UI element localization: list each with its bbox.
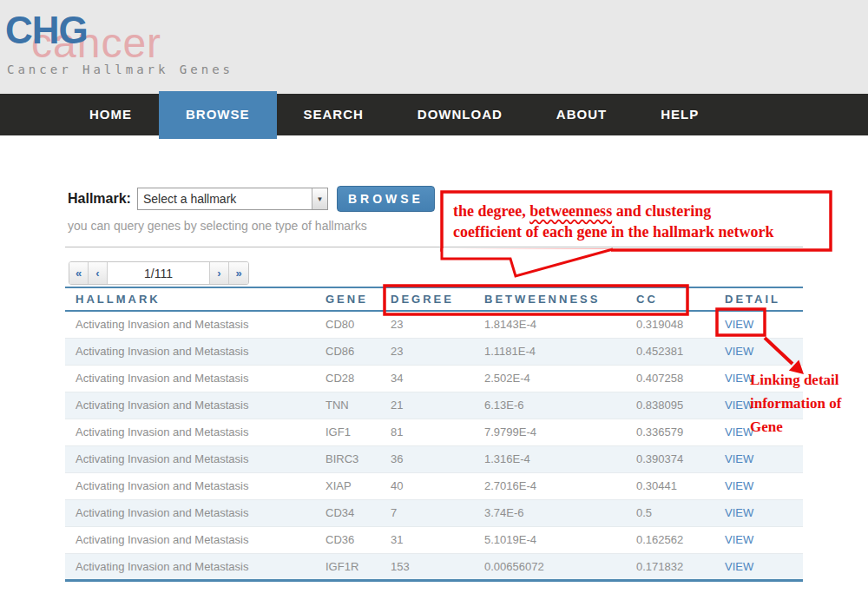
table-row: Activating Invasion and MetastasisCD8023… [65,311,803,338]
gene-cell: CD80 [326,311,391,338]
view-link[interactable]: VIEW [725,452,753,465]
nav-item-search[interactable]: SEARCH [277,94,391,135]
hallmark-label: Hallmark: [68,191,131,207]
detail-cell: VIEW [725,553,803,580]
betweenness-cell: 2.7016E-4 [484,472,636,499]
view-link[interactable]: VIEW [725,318,753,331]
hallmark-cell: Activating Invasion and Metastasis [65,526,326,553]
degree-cell: 40 [391,472,484,499]
hallmark-cell: Activating Invasion and Metastasis [65,499,326,526]
betweenness-cell: 5.1019E-4 [484,526,636,553]
divider-line [65,247,803,247]
gene-cell: BIRC3 [326,445,391,472]
callout-line1: the degree, betweenness and clustering [453,202,711,220]
gene-cell: IGF1R [326,553,391,580]
table-row: Activating Invasion and MetastasisXIAP40… [65,472,803,499]
degree-cell: 23 [391,338,484,365]
hallmark-select[interactable]: Select a hallmark ▼ [137,188,328,210]
callout-text: the degree, betweenness and clustering c… [453,201,835,242]
table-row: Activating Invasion and MetastasisBIRC33… [65,445,803,472]
detail-cell: VIEW [725,472,803,499]
gene-cell: CD28 [326,365,391,392]
degree-cell: 34 [391,365,484,392]
degree-cell: 31 [391,526,484,553]
pagination-prev-button[interactable]: ‹ [89,262,108,284]
column-header-cc: CC [636,287,725,311]
hallmark-cell: Activating Invasion and Metastasis [65,553,326,580]
betweenness-cell: 1.1181E-4 [484,338,636,365]
betweenness-cell: 1.8143E-4 [484,311,636,338]
nav-item-home[interactable]: HOME [62,94,159,135]
browse-button[interactable]: BROWSE [337,186,435,212]
gene-table: HALLMARKGENEDEGREEBETWEENNESSCCDETAIL Ac… [65,287,803,582]
site-logo: CHG cancer [5,7,266,68]
column-header-degree: DEGREE [391,287,484,311]
cc-cell: 0.336579 [636,419,725,445]
betweenness-cell: 7.9799E-4 [484,419,636,445]
cc-cell: 0.30441 [636,472,725,499]
view-link[interactable]: VIEW [725,345,753,358]
hallmark-cell: Activating Invasion and Metastasis [65,338,326,365]
callout-tail [442,248,613,276]
nav-item-help[interactable]: HELP [634,94,726,135]
nav-item-about[interactable]: ABOUT [529,94,634,135]
gene-cell: CD34 [326,499,391,526]
cc-cell: 0.407258 [636,365,725,392]
betweenness-cell: 6.13E-6 [484,392,636,419]
table-row: Activating Invasion and MetastasisIGF1R1… [65,553,803,580]
betweenness-cell: 0.00656072 [484,553,636,580]
table-row: Activating Invasion and MetastasisCD3631… [65,526,803,553]
hallmark-cell: Activating Invasion and Metastasis [65,365,326,392]
degree-cell: 7 [391,499,484,526]
table-body: Activating Invasion and MetastasisCD8023… [65,311,803,580]
gene-cell: IGF1 [326,419,391,445]
pagination-next-button[interactable]: › [210,262,229,284]
column-header-betweenness: BETWEENNESS [484,287,636,311]
hallmark-cell: Activating Invasion and Metastasis [65,445,326,472]
column-header-gene: GENE [326,287,391,311]
logo-chg-text: CHG [5,9,88,52]
degree-cell: 21 [391,392,484,419]
betweenness-cell: 3.74E-6 [484,499,636,526]
detail-cell: VIEW [725,445,803,472]
betweenness-cell: 2.502E-4 [484,365,636,392]
gene-cell: CD86 [326,338,391,365]
gene-cell: XIAP [326,472,391,499]
pagination-first-button[interactable]: « [69,262,89,284]
table-row: Activating Invasion and MetastasisIGF181… [65,419,803,445]
nav-item-browse[interactable]: BROWSE [159,94,277,135]
table-row: Activating Invasion and MetastasisCD8623… [65,338,803,365]
view-note-text: Linking detail information of Gene [750,368,863,438]
detail-cell: VIEW [725,311,803,338]
cc-cell: 0.838095 [636,392,725,419]
pagination-page-input[interactable] [108,262,210,284]
query-row: Hallmark: Select a hallmark ▼ BROWSE [68,186,435,212]
pagination-last-button[interactable]: » [229,262,248,284]
site-header: CHG cancer Cancer Hallmark Genes [0,0,868,94]
view-link[interactable]: VIEW [725,533,753,546]
table-header-row: HALLMARKGENEDEGREEBETWEENNESSCCDETAIL [65,287,803,311]
detail-cell: VIEW [725,526,803,553]
column-header-detail: DETAIL [725,287,803,311]
degree-cell: 36 [391,445,484,472]
view-link[interactable]: VIEW [725,560,753,573]
hallmark-cell: Activating Invasion and Metastasis [65,472,326,499]
view-link[interactable]: VIEW [725,479,753,492]
query-hint: you can query genes by selecting one typ… [68,219,367,233]
detail-cell: VIEW [725,338,803,365]
degree-cell: 153 [391,553,484,580]
cc-cell: 0.390374 [636,445,725,472]
pagination: « ‹ › » [69,261,249,285]
view-link[interactable]: VIEW [725,506,753,519]
cc-cell: 0.319048 [636,311,725,338]
degree-cell: 23 [391,311,484,338]
hallmark-cell: Activating Invasion and Metastasis [65,311,326,338]
nav-item-download[interactable]: DOWNLOAD [391,94,529,135]
hallmark-cell: Activating Invasion and Metastasis [65,419,326,445]
table-row: Activating Invasion and MetastasisCD2834… [65,365,803,392]
cc-cell: 0.162562 [636,526,725,553]
hallmark-select-value: Select a hallmark [138,192,312,206]
chevron-down-icon[interactable]: ▼ [312,188,327,209]
table-row: Activating Invasion and MetastasisTNN216… [65,392,803,419]
cc-cell: 0.171832 [636,553,725,580]
